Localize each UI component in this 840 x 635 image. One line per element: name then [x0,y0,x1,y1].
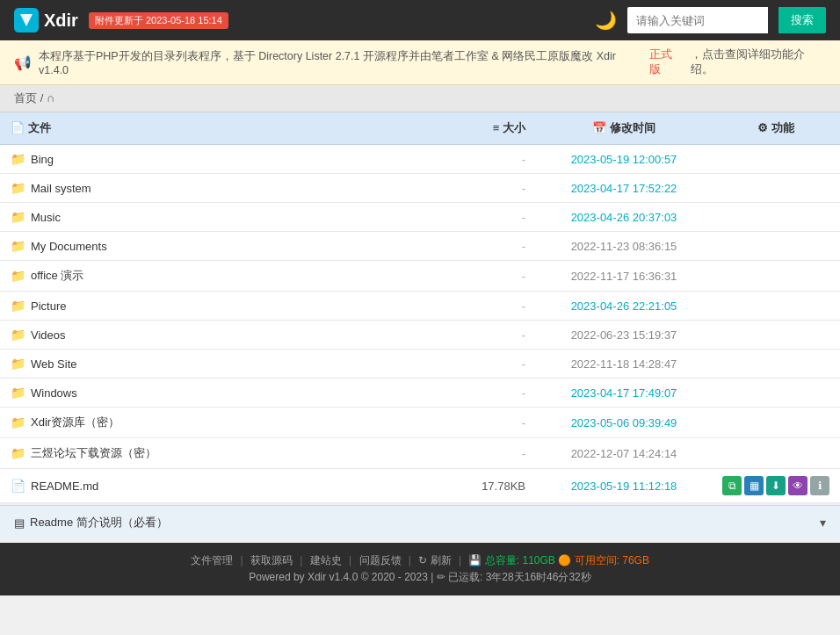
cell-name: 📁 Music [0,203,431,232]
file-type-icon: 📄 [11,479,25,493]
file-name: Web Site [31,357,77,371]
moon-toggle[interactable]: 🌙 [595,10,617,31]
file-link[interactable]: 📁 Videos [11,328,420,342]
file-link[interactable]: 📁 Bing [11,152,420,166]
logo-icon [14,8,39,32]
file-link[interactable]: 📁 Music [11,210,420,224]
footer-link-source[interactable]: 获取源码 [250,554,293,566]
cell-date: 2023-04-17 17:49:07 [536,379,712,408]
file-link[interactable]: 📁 Windows [11,386,420,400]
table-row: 📁 Videos - 2022-06-23 15:19:37 [0,321,840,350]
file-name: Picture [31,299,66,313]
footer-link-manage[interactable]: 文件管理 [191,554,233,566]
file-link[interactable]: 📁 Xdir资源库（密） [11,415,420,430]
cell-date: 2023-04-17 17:52:22 [536,174,712,203]
table-row: 📁 office 演示 - 2022-11-17 16:36:31 [0,261,840,292]
footer-links-row: 文件管理 | 获取源码 | 建站史 | 问题反馈 | ↻ 刷新 | 💾 总容量:… [14,553,826,568]
notice-icon: 📢 [14,54,32,71]
cell-action [712,174,840,203]
file-link[interactable]: 📁 三煜论坛下载资源（密） [11,445,420,461]
file-type-icon: 📁 [11,357,25,371]
header-badge: 附件更新于 2023-05-18 15:14 [89,12,228,29]
table-row: 📁 Music - 2023-04-26 20:37:03 [0,203,840,232]
file-col-icon: 📄 [11,121,28,134]
table-row: 📁 Web Site - 2022-11-18 14:28:47 [0,350,840,379]
cell-date: 2023-04-26 22:21:05 [536,292,712,321]
cell-date: 2023-04-26 20:37:03 [536,203,712,232]
cell-name: 📁 Picture [0,292,431,321]
table-row: 📁 Picture - 2023-04-26 22:21:05 [0,292,840,321]
file-name: Windows [31,386,77,400]
file-name: 三煜论坛下载资源（密） [31,445,156,461]
readme-bar[interactable]: ▤ Readme 简介说明（必看） ▾ [0,505,840,539]
file-type-icon: 📁 [11,152,25,166]
header: Xdir 附件更新于 2023-05-18 15:14 🌙 搜索 [0,0,840,40]
file-link[interactable]: 📁 Picture [11,299,420,313]
cell-action [712,408,840,438]
file-link[interactable]: 📁 My Documents [11,239,420,253]
logo-text: Xdir [44,11,78,31]
col-header-date: 📅 修改时间 [536,112,712,145]
cell-name: 📁 Xdir资源库（密） [0,408,431,438]
notice-text: 本程序基于PHP开发的目录列表程序，基于 Directory Lister 2.… [39,49,642,76]
cell-size: - [431,261,536,292]
cell-date: 2023-05-19 11:12:18 [536,469,712,503]
footer-powered-text: Powered by Xdir v1.4.0 © 2020 - 2023 | [249,571,433,583]
footer-pen-icon: ✏ [437,571,445,583]
cell-date: 2023-05-06 09:39:49 [536,408,712,438]
footer-dot-icon: 🟠 [558,554,571,566]
main-content: 📄 文件 ≡ 大小 📅 修改时间 ⚙ 功能 [0,112,840,503]
file-type-icon: 📁 [11,386,25,400]
file-link[interactable]: 📁 office 演示 [11,268,420,284]
search-input[interactable] [627,7,768,33]
table-row: 📁 三煜论坛下载资源（密） - 2022-12-07 14:24:14 [0,438,840,469]
cell-name: 📁 三煜论坛下载资源（密） [0,438,431,469]
cell-name: 📁 Windows [0,379,431,408]
info-btn[interactable]: ℹ [810,476,829,495]
search-button[interactable]: 搜索 [778,7,826,33]
file-name: Xdir资源库（密） [31,415,119,430]
file-type-icon: 📁 [11,269,25,283]
file-type-icon: 📁 [11,181,25,195]
notice-link[interactable]: 正式版 [649,47,684,77]
file-link[interactable]: 📁 Mail system [11,181,420,195]
cell-size: - [431,321,536,350]
cell-action [712,292,840,321]
notice-bar: 📢 本程序基于PHP开发的目录列表程序，基于 Directory Lister … [0,40,840,85]
col-header-size: ≡ 大小 [431,112,536,145]
cell-size: - [431,438,536,469]
file-name: Mail system [31,182,91,195]
cell-action [712,232,840,261]
footer: 文件管理 | 获取源码 | 建站史 | 问题反馈 | ↻ 刷新 | 💾 总容量:… [0,543,840,595]
cell-size: 17.78KB [431,469,536,503]
breadcrumb-home[interactable]: 首页 [14,91,37,105]
preview-btn[interactable]: 👁 [788,476,807,495]
footer-link-history[interactable]: 建站史 [310,554,342,566]
cell-action [712,261,840,292]
col-header-action: ⚙ 功能 [712,112,840,145]
cell-name: 📁 Videos [0,321,431,350]
date-col-icon: 📅 [592,121,610,134]
cell-action [712,438,840,469]
table-row: 📄 README.md 17.78KB 2023-05-19 11:12:18 … [0,469,840,503]
cell-name: 📁 My Documents [0,232,431,261]
footer-refresh-link[interactable]: 刷新 [431,554,452,566]
file-name: Music [31,211,61,224]
download-btn[interactable]: ⬇ [766,476,786,495]
readme-icon: ▤ [14,516,25,530]
copy-btn[interactable]: ⧉ [722,476,742,495]
table-header-row: 📄 文件 ≡ 大小 📅 修改时间 ⚙ 功能 [0,112,840,145]
file-name: My Documents [31,240,107,253]
file-type-icon: 📁 [11,299,25,313]
action-buttons: ⧉ ▦ ⬇ 👁 ℹ [722,476,829,495]
file-link[interactable]: 📄 README.md [11,479,420,493]
file-link[interactable]: 📁 Web Site [11,357,420,371]
footer-storage-icon: 💾 [468,554,482,566]
footer-link-feedback[interactable]: 问题反馈 [359,554,402,566]
cell-size: - [431,203,536,232]
breadcrumb-sep: / [40,91,47,105]
table-row: 📁 Bing - 2023-05-19 12:00:57 [0,145,840,174]
cell-size: - [431,379,536,408]
cell-name: 📁 office 演示 [0,261,431,292]
qr-btn[interactable]: ▦ [744,476,764,495]
